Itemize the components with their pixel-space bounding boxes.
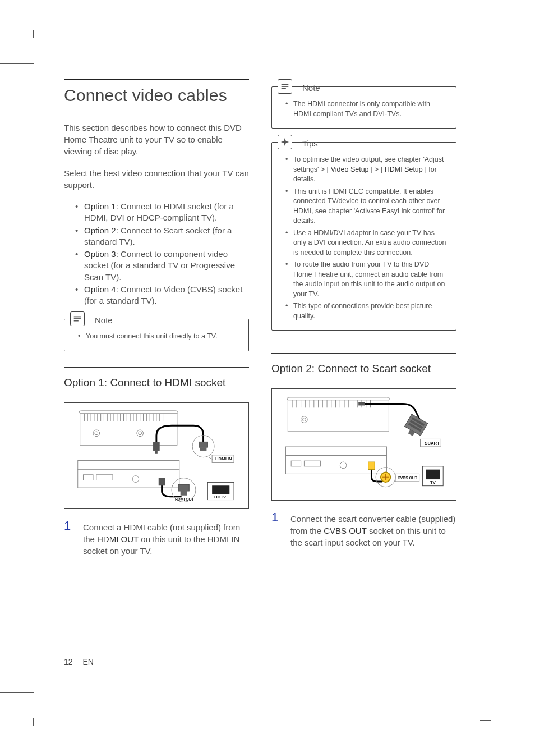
svg-rect-80 (358, 402, 365, 405)
right-column: Note The HDMI connector is only compatib… (271, 79, 456, 557)
svg-rect-38 (153, 442, 160, 451)
svg-point-79 (340, 462, 347, 469)
tips-item-3: Use a HDMI/DVI adaptor in case your TV h… (288, 228, 447, 258)
svg-rect-47 (181, 491, 187, 496)
svg-rect-78 (305, 461, 321, 466)
svg-point-31 (137, 430, 144, 437)
svg-rect-35 (84, 475, 94, 480)
hdmi-out-label: HDMI OUT (175, 497, 194, 501)
page-number: 12 (64, 657, 73, 666)
svg-rect-1 (74, 318, 81, 319)
language-code: EN (82, 657, 93, 666)
crop-mark-top-left (0, 30, 34, 64)
note-icon (70, 311, 85, 326)
svg-rect-41 (199, 442, 208, 447)
step-number: 1 (64, 520, 74, 557)
svg-rect-34 (78, 461, 179, 470)
option2-step-1: 1 Connect the scart converter cable (sup… (271, 513, 456, 548)
svg-rect-3 (80, 414, 177, 445)
svg-rect-46 (178, 484, 189, 491)
option-item-3: Option 3: Connect to component video soc… (75, 249, 249, 283)
svg-point-73 (301, 416, 308, 423)
scart-label: SCART (425, 441, 440, 446)
svg-point-32 (139, 432, 142, 435)
note-item: You must connect this unit directly to a… (80, 332, 239, 342)
crop-mark-bottom-left (0, 692, 34, 726)
note-callout-right: Note The HDMI connector is only compatib… (271, 86, 456, 129)
svg-rect-42 (200, 447, 207, 451)
cvbs-out-label: CVBS OUT (398, 476, 418, 480)
page-footer: 12 EN (64, 657, 94, 666)
option-item-1: Option 1: Connect to HDMI socket (for a … (75, 201, 249, 224)
svg-rect-0 (74, 317, 81, 318)
note-callout-left: Note You must connect this unit directly… (64, 319, 249, 351)
svg-rect-49 (212, 485, 229, 494)
hdtv-label: HDTV (214, 494, 227, 500)
tips-title: Tips (302, 139, 318, 148)
note-title: Note (95, 315, 113, 325)
option1-step-1: 1 Connect a HDMI cable (not supplied) fr… (64, 521, 249, 557)
svg-rect-77 (291, 461, 301, 466)
section-title: Connect video cables (64, 79, 249, 105)
svg-point-30 (95, 432, 98, 435)
intro-paragraph-1: This section describes how to connect th… (64, 122, 249, 157)
options-list: Option 1: Connect to HDMI socket (for a … (75, 201, 249, 306)
hdmi-connection-figure: HDMI IN HDMI OUT HDTV (64, 402, 249, 509)
svg-point-29 (93, 430, 100, 437)
note-icon (278, 79, 292, 94)
svg-rect-39 (155, 451, 158, 454)
svg-rect-50 (282, 84, 289, 85)
tv-label: TV (430, 480, 436, 485)
tips-icon (278, 135, 292, 149)
option-item-2: Option 2: Connect to Scart socket (for a… (75, 225, 249, 248)
step-number: 1 (271, 511, 282, 548)
svg-rect-53 (288, 400, 389, 432)
intro-paragraph-2: Select the best video connection that yo… (64, 167, 249, 191)
tips-item-5: This type of connections provide best pi… (288, 301, 447, 321)
svg-rect-36 (96, 475, 113, 480)
svg-rect-87 (368, 462, 375, 470)
svg-rect-76 (286, 447, 387, 455)
note-title: Note (302, 83, 320, 93)
option1-heading: Option 1: Connect to HDMI socket (64, 367, 249, 389)
svg-rect-52 (282, 88, 286, 89)
option-item-4: Option 4: Connect to Video (CVBS) socket… (75, 284, 249, 307)
svg-point-37 (132, 476, 139, 483)
svg-rect-44 (159, 478, 165, 486)
option2-heading: Option 2: Connect to Scart socket (271, 353, 456, 375)
scart-connection-figure: SCART CVBS OUT TV (271, 388, 456, 501)
tips-item-2: This unit is HDMI CEC compatible. It ena… (288, 187, 447, 226)
svg-rect-51 (282, 86, 289, 87)
hdmi-in-label: HDMI IN (215, 457, 232, 462)
tips-item-1: To optimise the video output, see chapte… (288, 155, 447, 185)
crop-mark-bottom-right (480, 713, 491, 725)
svg-rect-92 (426, 470, 440, 479)
note-item: The HDMI connector is only compatible wi… (288, 99, 447, 119)
left-column: Connect video cables This section descri… (64, 79, 249, 557)
svg-point-74 (303, 418, 306, 421)
tips-callout: Tips To optimise the video output, see c… (271, 142, 456, 331)
tips-item-4: To route the audio from your TV to this … (288, 260, 447, 299)
svg-rect-2 (74, 320, 79, 322)
